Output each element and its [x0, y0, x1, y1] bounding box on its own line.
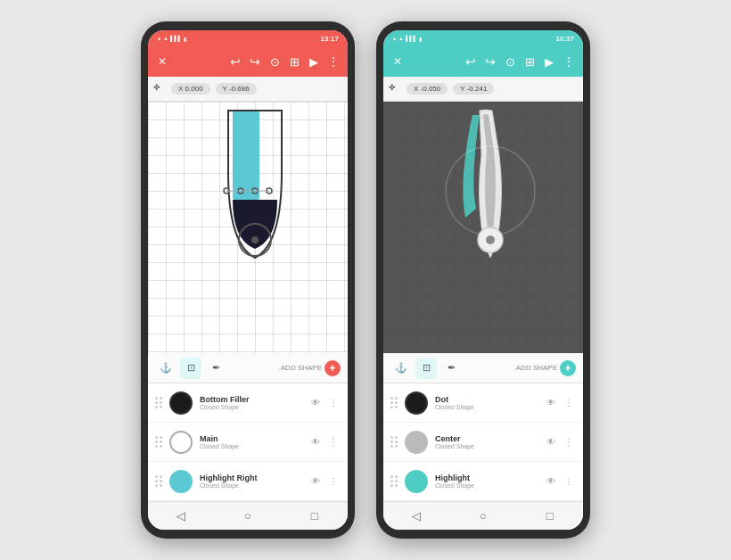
- layer-item-bottom-filler[interactable]: Bottom Filler Closed Shape 👁 ⋮: [148, 383, 348, 423]
- visibility-icon-r2[interactable]: 👁: [544, 435, 558, 449]
- back-btn-left[interactable]: ◁: [172, 507, 190, 525]
- layer-actions-2: 👁 ⋮: [308, 435, 341, 449]
- layer-name-center: Center: [435, 434, 537, 443]
- coord-x-right[interactable]: X -0.050: [407, 83, 448, 95]
- more-icon-r[interactable]: ⋮: [562, 54, 576, 69]
- drag-handle-2: [155, 436, 162, 448]
- recent-btn-right[interactable]: □: [541, 507, 559, 525]
- select-tool-r[interactable]: ⊡: [415, 358, 437, 379]
- layer-info-highlight-right: Highlight Right Closed Shape: [200, 474, 301, 489]
- add-shape-plus-right[interactable]: +: [560, 360, 576, 376]
- layer-list-right: Dot Closed Shape 👁 ⋮: [383, 383, 583, 501]
- home-btn-left[interactable]: ○: [239, 507, 257, 525]
- timer-icon[interactable]: ⊙: [267, 54, 282, 69]
- layer-info-center: Center Closed Shape: [435, 434, 537, 449]
- visibility-icon-1[interactable]: 👁: [308, 396, 323, 410]
- undo-icon[interactable]: ↩: [228, 54, 242, 69]
- more-icon-3[interactable]: ⋮: [326, 474, 341, 489]
- bottom-nav-left: ◁ ○ □: [148, 501, 348, 530]
- redo-icon[interactable]: ↪: [248, 54, 262, 69]
- drag-handle-r1: [390, 397, 398, 408]
- layer-thumb-bottom-filler: [169, 391, 193, 415]
- layer-item-highlight-right[interactable]: Highlight Right Closed Shape 👁 ⋮: [148, 462, 348, 501]
- layer-thumb-dot: [405, 391, 428, 415]
- layer-item-dot[interactable]: Dot Closed Shape 👁 ⋮: [383, 383, 583, 423]
- status-bar-right: ✦ ▲ ▌▌▌ ▮ 10:37: [383, 30, 583, 46]
- shape-tools-right: ⚓ ⊡ ✒ ADD SHAPE +: [383, 353, 583, 383]
- pen-tool-r[interactable]: ✒: [440, 358, 462, 379]
- layer-name-main: Main: [200, 434, 301, 443]
- status-bar-left: ✦ ▲ ▌▌▌ ▮ 13:17: [148, 30, 348, 46]
- transform-icon-right: ✤: [389, 83, 401, 95]
- drag-handle-r2: [390, 436, 398, 448]
- layer-actions-1: 👁 ⋮: [308, 396, 341, 410]
- layer-actions-r2: 👁 ⋮: [544, 435, 576, 449]
- visibility-icon-r3[interactable]: 👁: [544, 474, 558, 489]
- bottom-nav-right: ◁ ○ □: [383, 501, 583, 530]
- coord-bar-left: ✤ X 0.000 Y -0.686: [148, 77, 348, 102]
- drag-handle-3: [155, 475, 162, 487]
- layer-thumb-highlight-right: [169, 470, 193, 493]
- status-icons-left: ✦ ▲ ▌▌▌ ▮: [157, 36, 186, 42]
- layer-type-center: Closed Shape: [435, 443, 537, 449]
- play-icon-r[interactable]: ▶: [542, 54, 556, 69]
- more-icon-r3[interactable]: ⋮: [562, 474, 576, 489]
- timer-icon-r[interactable]: ⊙: [503, 54, 517, 69]
- add-shape-right[interactable]: ADD SHAPE +: [516, 360, 576, 376]
- layer-type-highlight: Closed Shape: [435, 482, 537, 489]
- close-button-left[interactable]: ✕: [155, 54, 169, 69]
- more-icon-r2[interactable]: ⋮: [562, 435, 576, 449]
- phone-left-screen: ✦ ▲ ▌▌▌ ▮ 13:17 ✕ ↩ ↪ ⊙ ⊞ ▶ ⋮ ✤: [148, 30, 348, 530]
- layer-actions-r3: 👁 ⋮: [544, 474, 576, 489]
- visibility-icon-r1[interactable]: 👁: [544, 396, 558, 410]
- more-icon[interactable]: ⋮: [326, 54, 341, 69]
- layer-thumb-highlight: [405, 470, 428, 493]
- layer-name-bottom-filler: Bottom Filler: [200, 395, 301, 404]
- layer-list-left: Bottom Filler Closed Shape 👁 ⋮: [148, 383, 348, 501]
- bluetooth-icon-r: ✦: [392, 36, 397, 42]
- back-btn-right[interactable]: ◁: [407, 507, 425, 525]
- battery-icon-r: ▮: [419, 36, 422, 42]
- undo-icon-r[interactable]: ↩: [464, 54, 478, 69]
- play-icon[interactable]: ▶: [307, 54, 321, 69]
- coord-y-left[interactable]: Y -0.686: [216, 83, 257, 95]
- pen-tool[interactable]: ✒: [205, 358, 226, 379]
- layer-name-highlight: Highlight: [435, 474, 537, 482]
- wifi-icon-r: ▲: [398, 36, 404, 41]
- layer-info-bottom-filler: Bottom Filler Closed Shape: [200, 395, 301, 410]
- anchor-tool-r[interactable]: ⚓: [390, 358, 412, 379]
- add-shape-left[interactable]: ADD SHAPE +: [281, 360, 341, 376]
- home-btn-right[interactable]: ○: [474, 507, 492, 525]
- select-tool[interactable]: ⊡: [180, 358, 201, 379]
- layer-item-center[interactable]: Center Closed Shape 👁 ⋮: [383, 423, 583, 462]
- app-toolbar-left: ✕ ↩ ↪ ⊙ ⊞ ▶ ⋮: [148, 46, 348, 77]
- grid-icon[interactable]: ⊞: [287, 54, 301, 69]
- layer-info-main: Main Closed Shape: [200, 434, 301, 449]
- layer-type-highlight-right: Closed Shape: [200, 482, 301, 489]
- drag-handle-r3: [390, 475, 398, 487]
- layer-item-highlight[interactable]: Highlight Closed Shape 👁 ⋮: [383, 462, 583, 501]
- svg-point-9: [486, 235, 495, 244]
- signal-icon-r: ▌▌▌: [406, 36, 417, 41]
- layer-item-main[interactable]: Main Closed Shape 👁 ⋮: [148, 423, 348, 462]
- grid-icon-r[interactable]: ⊞: [522, 54, 537, 69]
- bluetooth-icon: ✦: [157, 36, 161, 42]
- app-toolbar-right: ✕ ↩ ↪ ⊙ ⊞ ▶ ⋮: [383, 46, 583, 77]
- more-icon-r1[interactable]: ⋮: [562, 396, 576, 410]
- visibility-icon-2[interactable]: 👁: [308, 435, 323, 449]
- redo-icon-r[interactable]: ↪: [483, 54, 497, 69]
- canvas-left: [148, 102, 348, 353]
- recent-btn-left[interactable]: □: [306, 507, 324, 525]
- status-icons-right: ✦ ▲ ▌▌▌ ▮: [392, 36, 422, 42]
- anchor-tool[interactable]: ⚓: [155, 358, 177, 379]
- coord-x-left[interactable]: X 0.000: [171, 83, 210, 95]
- more-icon-2[interactable]: ⋮: [326, 435, 341, 449]
- visibility-icon-3[interactable]: 👁: [308, 474, 323, 489]
- wifi-icon: ▲: [163, 36, 168, 41]
- layer-type-main: Closed Shape: [200, 443, 301, 449]
- canvas-right: [383, 102, 583, 353]
- add-shape-plus-left[interactable]: +: [324, 360, 341, 376]
- coord-y-right[interactable]: Y -0.241: [453, 83, 494, 95]
- more-icon-1[interactable]: ⋮: [326, 396, 341, 410]
- close-button-right[interactable]: ✕: [390, 54, 405, 69]
